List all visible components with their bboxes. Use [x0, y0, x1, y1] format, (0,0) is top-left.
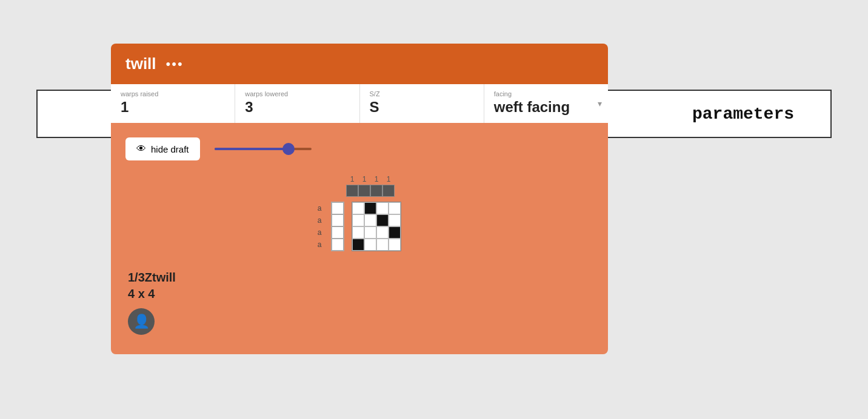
param-value-facing: weft facing	[494, 99, 598, 116]
drawdown-cell-0-2[interactable]	[376, 202, 389, 214]
threading-cell-4	[382, 185, 395, 197]
threading-num-1: 1	[346, 175, 358, 183]
drawdown-cell-3-3[interactable]	[389, 239, 401, 251]
param-field-warps-raised[interactable]: warps raised 1	[111, 84, 235, 123]
param-value-warps-raised: 1	[121, 99, 225, 116]
threading-num-2: 1	[358, 175, 370, 183]
threading-num-4: 1	[382, 175, 395, 183]
treadle-labels: a a a a	[318, 202, 324, 251]
tieup-cell-1[interactable]	[332, 202, 344, 214]
drawdown-cell-3-2[interactable]	[376, 239, 389, 251]
threading-cell-3	[370, 185, 382, 197]
drawdown-cell-2-2[interactable]	[376, 226, 389, 239]
dots-menu[interactable]: •••	[166, 56, 184, 72]
eye-icon: 👁	[136, 144, 146, 154]
avatar-button[interactable]: 👤	[128, 308, 155, 335]
treadle-label-4: a	[318, 239, 324, 251]
tieup-cell-4[interactable]	[332, 239, 344, 251]
drawdown-cell-2-1[interactable]	[364, 226, 376, 239]
hide-draft-label: hide draft	[151, 144, 189, 154]
hide-draft-button[interactable]: 👁 hide draft	[125, 137, 200, 160]
controls-row: 👁 hide draft	[125, 137, 593, 160]
drawdown-cell-1-1[interactable]	[364, 214, 376, 226]
param-value-warps-lowered: 3	[245, 99, 349, 116]
param-label-sz: S/Z	[370, 90, 474, 97]
page: parameters twill ••• warps raised 1 warp…	[0, 0, 868, 419]
treadle-label-1: a	[318, 202, 324, 214]
tieup-cell-3[interactable]	[332, 226, 344, 239]
weave-grid-area: a a a a	[318, 202, 402, 251]
param-field-facing[interactable]: facing weft facing ▾	[484, 84, 608, 123]
drawdown-cell-0-0[interactable]	[352, 202, 364, 214]
slider-fill	[215, 148, 287, 150]
tieup-grid[interactable]	[331, 202, 344, 251]
weave-name: 1/3Ztwill	[128, 271, 593, 285]
avatar-icon: 👤	[133, 314, 150, 329]
slider-thumb[interactable]	[282, 143, 295, 155]
drawdown-cell-3-1[interactable]	[364, 239, 376, 251]
parameters-label: parameters	[692, 105, 830, 124]
drawdown-cell-2-3[interactable]	[389, 226, 401, 239]
param-label-warps-raised: warps raised	[121, 90, 225, 97]
threading-cell-1	[346, 185, 358, 197]
main-card: twill ••• warps raised 1 warps lowered 3…	[111, 44, 608, 354]
drawdown-cell-2-0[interactable]	[352, 226, 364, 239]
treadle-label-3: a	[318, 226, 324, 239]
drawdown-cell-3-0[interactable]	[352, 239, 364, 251]
threading-cell-2	[358, 185, 370, 197]
drawdown-cell-1-2[interactable]	[376, 214, 389, 226]
threading-num-3: 1	[370, 175, 382, 183]
param-field-warps-lowered[interactable]: warps lowered 3	[235, 84, 359, 123]
card-body: 👁 hide draft 1 1 1 1	[111, 123, 608, 354]
param-value-sz: S	[370, 99, 474, 116]
weave-area: 1 1 1 1 a a	[125, 175, 593, 251]
param-label-warps-lowered: warps lowered	[245, 90, 349, 97]
dropdown-arrow-icon: ▾	[598, 99, 602, 108]
tieup-cell-2[interactable]	[332, 214, 344, 226]
param-field-sz[interactable]: S/Z S	[360, 84, 484, 123]
drawdown-grid[interactable]	[352, 202, 401, 251]
treadle-label-2: a	[318, 214, 324, 226]
card-header: twill •••	[111, 44, 608, 84]
drawdown-cell-0-3[interactable]	[389, 202, 401, 214]
drawdown-cell-0-1[interactable]	[364, 202, 376, 214]
slider-container	[215, 148, 593, 150]
param-label-facing: facing	[494, 90, 598, 97]
threading-numbers: 1 1 1 1	[346, 175, 395, 183]
threading-bar	[346, 185, 395, 197]
drawdown-cell-1-0[interactable]	[352, 214, 364, 226]
card-title: twill	[125, 54, 156, 73]
slider-track[interactable]	[215, 148, 312, 150]
weave-info: 1/3Ztwill 4 x 4 👤	[125, 271, 593, 335]
param-fields-row: warps raised 1 warps lowered 3 S/Z S fac…	[111, 84, 608, 123]
weave-size: 4 x 4	[128, 287, 593, 301]
drawdown-cell-1-3[interactable]	[389, 214, 401, 226]
